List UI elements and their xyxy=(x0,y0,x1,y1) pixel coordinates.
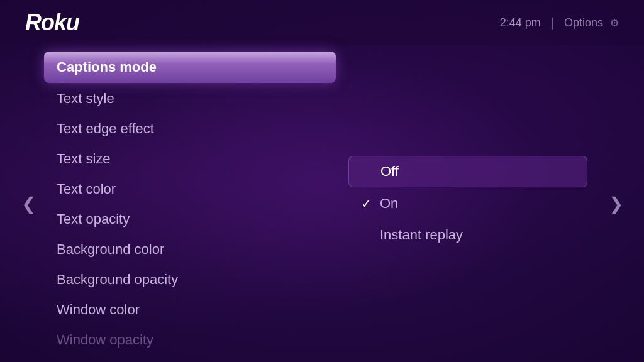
header-divider: | xyxy=(551,16,554,30)
menu-item-background-color[interactable]: Background color xyxy=(44,235,336,264)
option-label-instant-replay: Instant replay xyxy=(380,227,463,243)
nav-arrow-right[interactable]: ❯ xyxy=(600,188,631,219)
menu-item-text-color[interactable]: Text color xyxy=(44,175,336,204)
menu-item-text-size[interactable]: Text size xyxy=(44,145,336,173)
option-item-instant-replay[interactable]: Instant replay xyxy=(348,220,587,250)
menu-item-text-opacity[interactable]: Text opacity xyxy=(44,205,336,234)
menu-item-window-color[interactable]: Window color xyxy=(44,295,336,324)
checkmark-icon: ✓ xyxy=(361,196,374,211)
option-item-on[interactable]: ✓On xyxy=(348,189,587,219)
current-time: 2:44 pm xyxy=(500,16,541,30)
menu-item-text-style[interactable]: Text style xyxy=(44,84,336,113)
option-item-off[interactable]: Off xyxy=(348,156,587,187)
left-menu: Captions modeText styleText edge effectT… xyxy=(44,45,336,362)
header-right: 2:44 pm | Options ⚙ xyxy=(500,16,619,30)
gear-icon: ⚙ xyxy=(610,18,619,28)
menu-item-window-opacity[interactable]: Window opacity xyxy=(44,326,336,354)
menu-item-background-opacity[interactable]: Background opacity xyxy=(44,265,336,294)
right-panel: Off✓OnInstant replay xyxy=(336,156,600,251)
option-label-on: On xyxy=(380,195,398,212)
roku-logo: Roku xyxy=(25,9,79,36)
menu-item-text-edge-effect[interactable]: Text edge effect xyxy=(44,114,336,143)
nav-arrow-left[interactable]: ❮ xyxy=(13,188,44,219)
options-label: Options ⚙ xyxy=(564,16,619,30)
main-content: ❮ Captions modeText styleText edge effec… xyxy=(0,45,644,362)
header: Roku 2:44 pm | Options ⚙ xyxy=(0,0,644,45)
menu-item-captions-mode[interactable]: Captions mode xyxy=(44,52,336,83)
option-label-off: Off xyxy=(380,163,399,180)
